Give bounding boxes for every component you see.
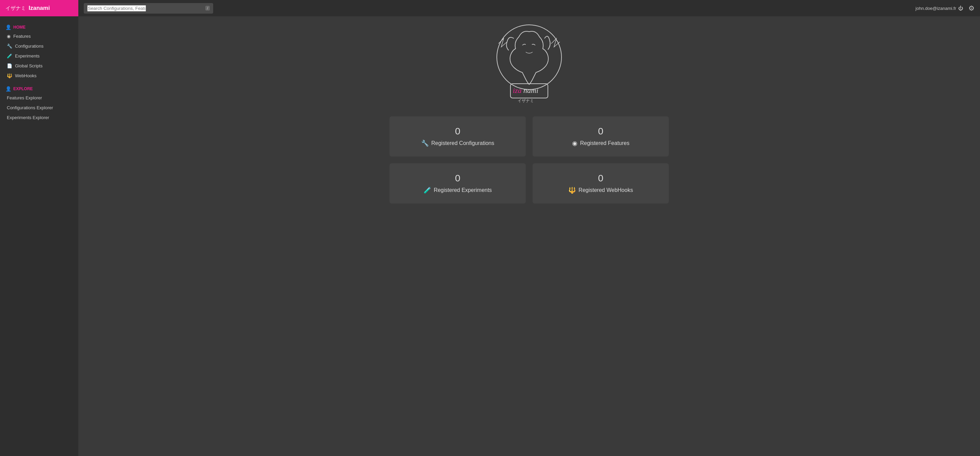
configurations-icon: 🔧 — [7, 44, 12, 49]
power-icon[interactable]: ⏻ — [958, 5, 963, 11]
sidebar-item-configurations-explorer-label: Configurations Explorer — [7, 105, 53, 110]
features-count: 0 — [598, 126, 603, 137]
explore-section-label: EXPLORE — [13, 86, 33, 91]
sidebar-item-global-scripts-label: Global Scripts — [15, 63, 43, 68]
sidebar-item-experiments-label: Experiments — [15, 53, 40, 59]
configurations-label-text: Registered Configurations — [431, 140, 495, 146]
sidebar-item-global-scripts[interactable]: 📄 Global Scripts — [0, 61, 78, 71]
webhooks-sidebar-icon: 🔱 — [7, 73, 12, 78]
brand-logo: iza nami イザナミ — [492, 23, 566, 106]
logo-area: イザナミ Izanami — [0, 0, 78, 16]
main-layout: 👤 HOME ◉ Features 🔧 Configurations 🧪 Exp… — [0, 16, 980, 456]
features-label: ◉ Registered Features — [572, 140, 630, 147]
main-content: iza nami イザナミ 0 🔧 Registered Configurati… — [78, 16, 980, 456]
sidebar-item-features-label: Features — [13, 34, 31, 39]
stats-grid: 0 🔧 Registered Configurations 0 ◉ Regist… — [390, 116, 669, 203]
sidebar-section-home: 👤 HOME — [0, 22, 78, 31]
experiments-label: 🧪 Registered Experiments — [423, 186, 492, 194]
home-section-label: HOME — [13, 25, 25, 30]
sidebar-item-features-explorer-label: Features Explorer — [7, 95, 42, 100]
sidebar: 👤 HOME ◉ Features 🔧 Configurations 🧪 Exp… — [0, 16, 78, 456]
toggle-icon: ◉ — [572, 140, 578, 147]
flask-icon: 🧪 — [423, 186, 431, 194]
sidebar-item-configurations[interactable]: 🔧 Configurations — [0, 41, 78, 51]
logo-latin: Izanami — [29, 5, 50, 11]
topbar: イザナミ Izanami / john.doe@izanami.fr ⏻ ⚙ — [0, 0, 980, 16]
features-icon: ◉ — [7, 34, 11, 39]
stat-card-experiments[interactable]: 0 🧪 Registered Experiments — [390, 163, 526, 203]
logo-japanese: イザナミ — [5, 5, 26, 11]
sidebar-item-configurations-label: Configurations — [15, 44, 44, 49]
experiments-icon: 🧪 — [7, 53, 12, 59]
webhooks-count: 0 — [598, 173, 603, 184]
home-section-icon: 👤 — [5, 24, 11, 30]
webhook-icon: 🔱 — [568, 186, 576, 194]
features-label-text: Registered Features — [580, 140, 630, 146]
stat-card-configurations[interactable]: 0 🔧 Registered Configurations — [390, 116, 526, 157]
sidebar-section-explore: 👤 EXPLORE — [0, 83, 78, 93]
sidebar-item-webhooks-label: WebHooks — [15, 73, 37, 78]
configurations-count: 0 — [455, 126, 460, 137]
user-email: john.doe@izanami.fr — [916, 6, 956, 11]
sidebar-item-experiments-explorer-label: Experiments Explorer — [7, 115, 49, 120]
svg-text:イザナミ: イザナミ — [518, 99, 534, 103]
explore-section-icon: 👤 — [5, 86, 11, 92]
sidebar-item-features[interactable]: ◉ Features — [0, 31, 78, 41]
svg-text:nami: nami — [523, 86, 538, 95]
search-input[interactable] — [87, 5, 146, 11]
experiments-label-text: Registered Experiments — [434, 187, 492, 193]
svg-text:iza: iza — [513, 86, 522, 95]
search-area: / — [78, 3, 980, 14]
webhooks-label: 🔱 Registered WebHooks — [568, 186, 633, 194]
configurations-label: 🔧 Registered Configurations — [421, 140, 495, 147]
stat-card-webhooks[interactable]: 0 🔱 Registered WebHooks — [533, 163, 669, 203]
experiments-count: 0 — [455, 173, 460, 184]
search-shortcut: / — [205, 6, 210, 11]
topbar-user-area: john.doe@izanami.fr ⏻ — [916, 5, 963, 11]
global-scripts-icon: 📄 — [7, 63, 12, 68]
webhooks-label-text: Registered WebHooks — [579, 187, 633, 193]
svg-point-0 — [497, 25, 562, 89]
sidebar-item-experiments-explorer[interactable]: Experiments Explorer — [0, 113, 78, 122]
search-box[interactable]: / — [84, 3, 213, 14]
settings-button[interactable]: ⚙ — [969, 4, 975, 12]
sidebar-item-experiments[interactable]: 🧪 Experiments — [0, 51, 78, 61]
stat-card-features[interactable]: 0 ◉ Registered Features — [533, 116, 669, 157]
sidebar-item-webhooks[interactable]: 🔱 WebHooks — [0, 71, 78, 81]
izanami-logo-svg: iza nami イザナミ — [492, 23, 566, 105]
wrench-icon: 🔧 — [421, 140, 429, 147]
sidebar-item-configurations-explorer[interactable]: Configurations Explorer — [0, 103, 78, 113]
sidebar-item-features-explorer[interactable]: Features Explorer — [0, 93, 78, 103]
gear-icon: ⚙ — [969, 5, 975, 12]
